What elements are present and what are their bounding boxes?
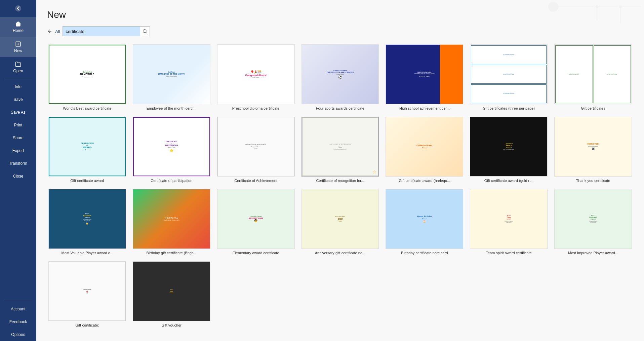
sidebar-item-close[interactable]: Close [0, 170, 36, 183]
template-thumb: CERTIFICATE Of PARTICIPATION TEAM NAME ⭐ [133, 117, 210, 177]
sidebar-item-transform-label: Transform [9, 161, 27, 166]
sidebar-item-open[interactable]: Open [0, 57, 36, 77]
sidebar-item-close-label: Close [13, 174, 24, 179]
sidebar-divider-2 [4, 301, 32, 301]
main-content: New All World's Best NAME/TITLE Recipien… [36, 0, 644, 341]
sidebar-item-print[interactable]: Print [0, 119, 36, 131]
template-item[interactable]: Thank you! Recipient Name 👨‍👩‍👧‍👦 Thank … [553, 115, 633, 184]
search-input[interactable] [63, 27, 140, 36]
template-thumb: Thank you! Recipient Name 👨‍👩‍👧‍👦 [554, 117, 632, 177]
template-label: Gift certificate award (gold ri... [484, 178, 533, 183]
template-thumb: CERTIFICATE OF ACHIEVEMENT Recipient Nam… [217, 117, 295, 177]
sidebar-item-account-label: Account [11, 307, 25, 311]
template-thumb: —COMPETITION NAME— CERTIFICATE OF PARTIC… [301, 44, 379, 104]
sidebar-item-feedback-label: Feedback [9, 319, 27, 324]
template-thumb: $100 Gift voucher [133, 261, 210, 321]
template-label: World's Best award certificate [63, 106, 111, 111]
sidebar-item-account[interactable]: Account [0, 303, 36, 315]
template-thumb: A GIFT FOR YOU A GIFT FOR YOU [554, 44, 632, 104]
sidebar-item-new[interactable]: New [0, 37, 36, 57]
template-thumb: Certificate Of Award AMOUNT Add your mes… [470, 117, 548, 177]
template-item[interactable]: ANNIVERSARY 100 YEARS Anniversary gift c… [300, 188, 380, 257]
sidebar-item-share[interactable]: Share [0, 131, 36, 144]
template-thumb: MOST Improved PLAYER Recipient Name TEAM… [554, 189, 632, 249]
sidebar-item-save-label: Save [13, 97, 23, 102]
template-thumb: ANNIVERSARY 100 YEARS [301, 189, 379, 249]
template-item[interactable]: MOST Improved PLAYER Recipient Name TEAM… [553, 188, 633, 257]
template-item[interactable]: MOST Valuable PLAYER Recipient Name TEAM… [47, 188, 127, 257]
search-input-wrap [63, 26, 150, 36]
all-link[interactable]: All [55, 29, 60, 34]
template-item[interactable]: A GIFT FOR YOU A GIFT FOR YOU A GIFT FOR… [469, 43, 549, 112]
template-item[interactable]: —COMPETITION NAME— CERTIFICATE OF PARTIC… [300, 43, 380, 112]
template-thumb: MOST Valuable PLAYER Recipient Name TEAM… [48, 189, 126, 249]
template-item[interactable]: Certificate EMPLOYEE OF THE MONTH Name o… [131, 43, 212, 112]
favorite-icon[interactable]: ☆ [372, 169, 377, 175]
sidebar-item-home[interactable]: Home [0, 17, 36, 37]
template-label: Most Improved Player award... [568, 251, 618, 255]
sidebar-item-share-label: Share [13, 136, 24, 140]
template-thumb: Certificate of Award Amount [386, 117, 463, 177]
template-item[interactable]: A GIFT FOR YOU A GIFT FOR YOU Gift certi… [553, 43, 633, 112]
template-label: Anniversary gift certificate no... [315, 251, 365, 255]
page-title: New [47, 9, 633, 20]
template-label: Gift certificate: [75, 323, 99, 328]
svg-point-8 [619, 5, 622, 8]
svg-line-13 [146, 32, 147, 33]
template-item[interactable]: Happy Birthday Amount 🎂 Birthday certifi… [384, 188, 465, 257]
template-item[interactable]: Certificate of Award RECIPIENT NAME 🧒 El… [216, 188, 296, 257]
sidebar-item-save-as[interactable]: Save As [0, 106, 36, 119]
template-label: Gift certificates [581, 106, 605, 111]
svg-point-12 [143, 30, 146, 33]
template-thumb: MOST Team SPIRIT Recipient Name TEAM NAM… [470, 189, 548, 249]
template-label: Four sports awards certificate [316, 106, 364, 111]
template-item[interactable]: Certificate of Award Amount Gift certifi… [384, 115, 465, 184]
template-thumb: A Gift for You This Certificate Entitles… [133, 189, 210, 249]
template-item[interactable]: Gift certificate: 🍷 Gift certificate: [47, 260, 127, 329]
search-back-button[interactable] [47, 27, 55, 35]
template-thumb: World's Best NAME/TITLE Recipient name [48, 44, 126, 104]
template-thumb: CERTIFICATE OF APPRECIATION Name This ce… [301, 117, 379, 177]
template-item[interactable]: 🎈🎉🎊 Congratulations! Child Name Preschoo… [216, 43, 296, 112]
template-label: Elementary award certificate [233, 251, 279, 255]
sidebar-item-options-label: Options [11, 332, 25, 337]
template-label: Certificate of participation [151, 178, 192, 183]
sidebar-item-transform[interactable]: Transform [0, 157, 36, 170]
svg-point-0 [15, 5, 21, 11]
sidebar-item-info-label: Info [15, 84, 22, 89]
sidebar-divider-1 [4, 79, 32, 79]
svg-point-6 [596, 5, 598, 8]
sidebar-item-save-as-label: Save As [11, 110, 26, 115]
sidebar-item-print-label: Print [14, 123, 23, 127]
template-label: Team spirit award certificate [486, 251, 532, 255]
template-item[interactable]: HIGH SCHOOL NAME CERTIFICATE OF EXCELLEN… [384, 43, 465, 112]
sidebar-item-info[interactable]: Info [0, 80, 36, 93]
search-bar: All [47, 26, 633, 36]
sidebar-item-feedback[interactable]: Feedback [0, 315, 36, 328]
template-thumb: Happy Birthday Amount 🎂 [386, 189, 463, 249]
template-item[interactable]: World's Best NAME/TITLE Recipient name W… [47, 43, 127, 112]
template-item[interactable]: CERTIFICATE Of PARTICIPATION TEAM NAME ⭐… [131, 115, 212, 184]
template-item[interactable]: CERTIFICATE OF APPRECIATION Name This ce… [300, 115, 380, 184]
template-label: Thank you certificate [576, 178, 610, 183]
sidebar-bottom: Account Feedback Options [0, 300, 36, 341]
template-label: Most Valuable Player award c... [61, 251, 113, 255]
template-item[interactable]: CERTIFICATE OF ACHIEVEMENT Recipient Nam… [216, 115, 296, 184]
template-item[interactable]: Certificate Of Award AMOUNT Add your mes… [469, 115, 549, 184]
template-item[interactable]: MOST Team SPIRIT Recipient Name TEAM NAM… [469, 188, 549, 257]
template-label: Gift certificates (three per page) [483, 106, 535, 111]
template-item[interactable]: A Gift for You This Certificate Entitles… [131, 188, 212, 257]
sidebar-item-new-label: New [14, 48, 22, 53]
template-label: Gift certificate award (harlequ... [399, 178, 450, 183]
sidebar-item-save[interactable]: Save [0, 93, 36, 106]
sidebar-item-open-label: Open [13, 69, 23, 73]
search-button[interactable] [140, 29, 150, 34]
template-item[interactable]: $100 Gift voucher Gift voucher [131, 260, 212, 329]
sidebar-item-export[interactable]: Export [0, 144, 36, 157]
template-label: Gift certificate award [70, 178, 104, 183]
template-label: Preschool diploma certificate [232, 106, 280, 111]
template-item[interactable]: CERTIFICATE of AWARD Amount Gift certifi… [47, 115, 127, 184]
template-label: Certificate of recognition for... [316, 178, 364, 183]
back-button[interactable] [0, 0, 36, 17]
sidebar-item-options[interactable]: Options [0, 328, 36, 341]
